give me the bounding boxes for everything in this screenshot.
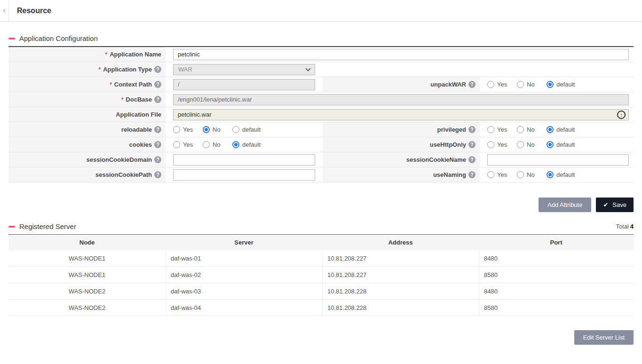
radio-option-default[interactable]: default: [547, 126, 575, 133]
radio-option-yes[interactable]: Yes: [487, 141, 517, 148]
field-application-name: [166, 47, 634, 62]
field-label-privileged: privileged ?: [323, 122, 480, 137]
cell-server: daf-was-01: [166, 250, 322, 266]
field-privileged: Yes No default: [480, 122, 634, 137]
form-row-cookies: cookies ? Yes No: [8, 137, 634, 152]
label-text: sessionCookiePath: [95, 171, 152, 178]
radio-option-no[interactable]: No: [517, 141, 547, 148]
check-icon: ✔: [603, 202, 608, 208]
cell-address: 10.81.208.228: [322, 283, 479, 299]
radio-option-no[interactable]: No: [517, 171, 547, 178]
save-button[interactable]: ✔ Save: [596, 198, 634, 212]
radio-icon[interactable]: [232, 141, 239, 148]
label-text: privileged: [437, 126, 466, 133]
radio-icon[interactable]: [487, 126, 494, 133]
upload-icon[interactable]: ↑: [617, 111, 626, 119]
usehttponly-radio-group: Yes No default: [487, 141, 575, 148]
help-icon[interactable]: ?: [468, 156, 476, 163]
total-count: Total4: [616, 223, 634, 230]
radio-option-default[interactable]: default: [547, 171, 575, 178]
field-unpackwar: Yes No default: [480, 77, 634, 92]
radio-option-default[interactable]: default: [547, 81, 575, 88]
form-row-sessioncookiepath: sessionCookiePath ? useNaming ? Yes: [8, 167, 634, 182]
radio-label: No: [527, 126, 535, 133]
radio-icon[interactable]: [547, 81, 554, 88]
application-name-input[interactable]: [173, 49, 629, 60]
radio-option-no[interactable]: No: [203, 126, 232, 133]
radio-label: No: [527, 141, 535, 148]
radio-option-no[interactable]: No: [517, 81, 547, 88]
help-icon[interactable]: ?: [154, 81, 161, 88]
sessioncookiedomain-input[interactable]: [173, 154, 315, 166]
chevron-left-icon: ‹: [3, 6, 6, 14]
radio-option-yes[interactable]: Yes: [173, 126, 203, 133]
radio-icon[interactable]: [203, 141, 210, 148]
label-text: DocBase: [126, 96, 152, 103]
radio-icon[interactable]: [203, 126, 210, 133]
help-icon[interactable]: ?: [154, 156, 161, 163]
radio-option-yes[interactable]: Yes: [487, 81, 517, 88]
sessioncookiename-input[interactable]: [487, 154, 629, 166]
help-icon[interactable]: ?: [468, 141, 476, 148]
radio-icon[interactable]: [487, 81, 494, 88]
radio-label: Yes: [183, 126, 193, 133]
radio-icon[interactable]: [517, 81, 524, 88]
radio-icon[interactable]: [517, 171, 524, 178]
help-icon[interactable]: ?: [468, 126, 476, 133]
radio-icon[interactable]: [232, 126, 239, 133]
help-icon[interactable]: ?: [468, 81, 476, 88]
help-icon[interactable]: ?: [154, 96, 161, 103]
usenaming-radio-group: Yes No default: [487, 171, 575, 178]
radio-option-no[interactable]: No: [203, 141, 232, 148]
radio-option-no[interactable]: No: [517, 126, 547, 133]
radio-icon[interactable]: [487, 141, 494, 148]
field-usehttponly: Yes No default: [480, 137, 634, 152]
radio-option-default[interactable]: default: [232, 126, 261, 133]
radio-option-yes[interactable]: Yes: [173, 141, 203, 148]
radio-label: Yes: [497, 171, 507, 178]
form-row-context-path: * Context Path ? unpackWAR ? Yes: [8, 77, 634, 92]
form-row-application-type: * Application Type ? WAR: [8, 62, 634, 77]
field-label-usehttponly: useHttpOnly ?: [323, 137, 480, 152]
radio-icon[interactable]: [173, 141, 180, 148]
add-attribute-button[interactable]: Add Attribute: [539, 198, 591, 212]
help-icon[interactable]: ?: [154, 171, 161, 178]
radio-icon[interactable]: [517, 126, 524, 133]
radio-option-default[interactable]: default: [547, 141, 575, 148]
radio-option-default[interactable]: default: [232, 141, 261, 148]
help-icon[interactable]: ?: [154, 126, 161, 133]
radio-icon[interactable]: [173, 126, 180, 133]
field-usenaming: Yes No default: [480, 167, 634, 182]
radio-label: No: [213, 141, 221, 148]
cell-server: daf-was-04: [166, 300, 322, 316]
radio-option-yes[interactable]: Yes: [487, 171, 517, 178]
radio-icon[interactable]: [517, 141, 524, 148]
field-docbase: [166, 92, 634, 107]
label-text: unpackWAR: [430, 81, 466, 88]
radio-label: default: [556, 141, 575, 148]
help-icon[interactable]: ?: [154, 66, 161, 73]
help-icon[interactable]: ?: [468, 171, 476, 178]
radio-label: default: [242, 141, 261, 148]
edit-server-list-button[interactable]: Edit Server List: [574, 330, 634, 345]
label-text: reloadable: [121, 126, 152, 133]
radio-label: No: [527, 171, 535, 178]
radio-icon[interactable]: [487, 171, 494, 178]
label-text: Application Type: [103, 66, 152, 73]
field-label-sessioncookiedomain: sessionCookieDomain ?: [8, 152, 166, 167]
cell-node: WAS-NODE2: [8, 300, 166, 316]
label-text: sessionCookieName: [406, 156, 466, 163]
back-button[interactable]: ‹: [0, 0, 9, 21]
radio-icon[interactable]: [547, 126, 554, 133]
form-actions: Add Attribute ✔ Save: [8, 198, 634, 212]
field-label-usenaming: useNaming ?: [323, 167, 480, 182]
radio-icon[interactable]: [547, 141, 554, 148]
sessioncookiepath-input[interactable]: [173, 169, 315, 181]
total-value: 4: [630, 223, 634, 230]
field-cookies: Yes No default: [166, 137, 323, 152]
field-context-path: [166, 77, 323, 92]
help-icon[interactable]: ?: [154, 141, 161, 148]
radio-icon[interactable]: [547, 171, 554, 178]
radio-option-yes[interactable]: Yes: [487, 126, 517, 133]
cell-address: 10.81.208.227: [322, 267, 479, 283]
